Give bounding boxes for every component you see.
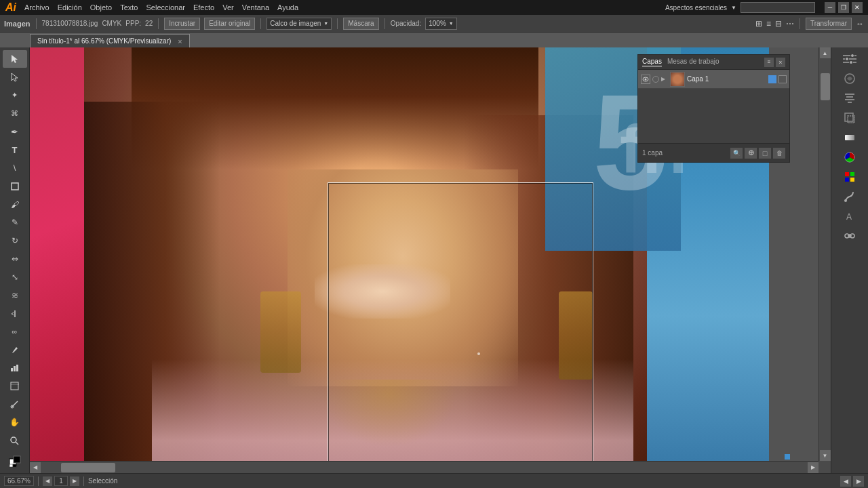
tool-artboard[interactable]: [3, 378, 27, 395]
tool-pen[interactable]: ✒: [3, 123, 27, 140]
right-tool-4[interactable]: [836, 109, 863, 127]
editar-original-button[interactable]: Editar original: [204, 18, 255, 30]
svg-rect-28: [845, 94, 854, 95]
layers-delete-btn[interactable]: 🗑: [773, 148, 785, 159]
layer-row-1[interactable]: ▶ Capa 1: [638, 70, 789, 89]
tool-rect[interactable]: [3, 178, 27, 195]
workspace-label[interactable]: Aspectos esenciales: [665, 4, 727, 12]
tool-type[interactable]: T: [3, 141, 27, 159]
minimize-button[interactable]: ─: [825, 2, 835, 13]
play-artboard-button[interactable]: ▶: [853, 476, 864, 487]
prev-artboard-button[interactable]: ◀: [840, 476, 851, 487]
tool-magic-wand[interactable]: ✦: [3, 87, 27, 104]
workspace-dropdown-icon[interactable]: ▼: [731, 5, 736, 11]
layer-name[interactable]: Capa 1: [687, 75, 766, 83]
tool-blend[interactable]: ∞: [3, 323, 27, 340]
scroll-track-v[interactable]: [819, 58, 831, 450]
tool-select[interactable]: [3, 50, 27, 68]
tool-paintbrush[interactable]: 🖌: [3, 196, 27, 214]
page-number[interactable]: 1: [54, 476, 68, 486]
scroll-vertical[interactable]: ▲ ▼: [818, 47, 831, 461]
tool-lasso[interactable]: ⌘: [3, 104, 27, 122]
search-input[interactable]: [741, 2, 815, 13]
svg-point-26: [850, 61, 853, 64]
tool-hand[interactable]: ✋: [3, 414, 27, 432]
tool-direct-select[interactable]: [3, 68, 27, 86]
right-tool-5[interactable]: [836, 129, 863, 146]
next-page-button[interactable]: ▶: [70, 476, 79, 486]
blue-indicator: [785, 454, 790, 460]
right-tool-8[interactable]: [836, 188, 863, 205]
menu-edicion[interactable]: Edición: [58, 3, 82, 12]
layer-visibility-eye[interactable]: [641, 75, 650, 84]
layers-new-sublayer-btn[interactable]: ⊕: [745, 148, 757, 159]
fill-stroke-control[interactable]: [3, 453, 27, 470]
right-tool-9[interactable]: A: [836, 207, 863, 225]
tool-mirror[interactable]: ⇔: [3, 250, 27, 268]
menu-efecto[interactable]: Efecto: [193, 3, 214, 12]
restore-button[interactable]: ❒: [838, 2, 849, 13]
document-tab[interactable]: Sin título-1* al 66.67% (CMYK/Previsuali…: [30, 34, 190, 47]
layers-tab[interactable]: Capas: [642, 58, 662, 66]
tab-close-button[interactable]: ×: [178, 37, 182, 45]
transform-mode-btn[interactable]: ⊞: [755, 19, 762, 28]
transformar-button[interactable]: Transformar: [806, 18, 852, 30]
tool-zoom[interactable]: [3, 432, 27, 449]
tool-pencil[interactable]: ✎: [3, 214, 27, 231]
svg-rect-7: [14, 366, 16, 371]
transform-icon[interactable]: ↔: [856, 19, 864, 28]
right-tool-3[interactable]: [836, 89, 863, 107]
tool-rotate[interactable]: ↻: [3, 232, 27, 249]
calco-dropdown[interactable]: Calco de imagen: [267, 18, 332, 30]
layers-new-layer-btn[interactable]: □: [759, 148, 771, 159]
incrustar-button[interactable]: Incrustar: [164, 18, 200, 30]
right-tool-7[interactable]: [836, 168, 863, 186]
layers-search-btn[interactable]: 🔍: [730, 148, 743, 159]
menu-ayuda[interactable]: Ayuda: [277, 3, 298, 12]
close-button[interactable]: ✕: [852, 2, 863, 13]
menu-ventana[interactable]: Ventana: [242, 3, 269, 12]
toolbar-separator4: [337, 18, 338, 29]
prev-page-button[interactable]: ◀: [43, 476, 52, 486]
menu-ver[interactable]: Ver: [222, 3, 234, 12]
layer-expand-arrow[interactable]: ▶: [661, 76, 668, 82]
right-tool-1[interactable]: [836, 50, 863, 68]
app-logo: Ai: [5, 1, 16, 14]
align-btn[interactable]: ≡: [766, 19, 771, 28]
right-tool-2[interactable]: [836, 70, 863, 87]
menu-seleccionar[interactable]: Seleccionar: [146, 3, 184, 12]
scroll-thumb-h[interactable]: [61, 463, 115, 472]
arrange-btn[interactable]: ⊟: [775, 19, 782, 28]
layers-menu-btn[interactable]: ≡: [764, 58, 774, 67]
scroll-horizontal[interactable]: ◀ ▶: [30, 461, 818, 473]
tool-scale[interactable]: ⤡: [3, 268, 27, 286]
tool-slice[interactable]: [3, 396, 27, 413]
canvas-area[interactable]: 5 fri ▲ ▼ ◀ ▶: [30, 47, 831, 473]
scroll-down-button[interactable]: ▼: [820, 450, 831, 461]
layers-close-btn[interactable]: ×: [776, 58, 785, 67]
scroll-up-button[interactable]: ▲: [820, 47, 831, 58]
zoom-value[interactable]: 66.67%: [4, 476, 34, 486]
svg-rect-6: [11, 368, 13, 371]
zoom-control[interactable]: 66.67%: [4, 476, 34, 486]
menu-archivo[interactable]: Archivo: [24, 3, 50, 12]
right-tool-6[interactable]: [836, 148, 863, 166]
tool-width[interactable]: [3, 305, 27, 323]
mascara-button[interactable]: Máscara: [343, 18, 378, 30]
artboards-tab[interactable]: Mesas de trabajo: [667, 58, 719, 66]
tool-graph[interactable]: [3, 359, 27, 377]
tool-eyedropper[interactable]: [3, 341, 27, 359]
menu-objeto[interactable]: Objeto: [90, 3, 112, 12]
scroll-left-button[interactable]: ◀: [30, 462, 41, 473]
scroll-right-button[interactable]: ▶: [808, 462, 818, 473]
tool-warp[interactable]: ≋: [3, 287, 27, 304]
opacidad-dropdown[interactable]: 100%: [425, 18, 457, 30]
menu-texto[interactable]: Texto: [120, 3, 138, 12]
more-btn[interactable]: ⋯: [786, 19, 794, 28]
scroll-track-h[interactable]: [41, 462, 808, 473]
scroll-thumb-v[interactable]: [821, 73, 830, 100]
filename-label: 781310078818.jpg: [42, 20, 98, 27]
tool-line[interactable]: \: [3, 159, 27, 177]
artboard-navigation: ◀ ▶: [840, 476, 864, 487]
right-tool-10[interactable]: [836, 227, 863, 245]
